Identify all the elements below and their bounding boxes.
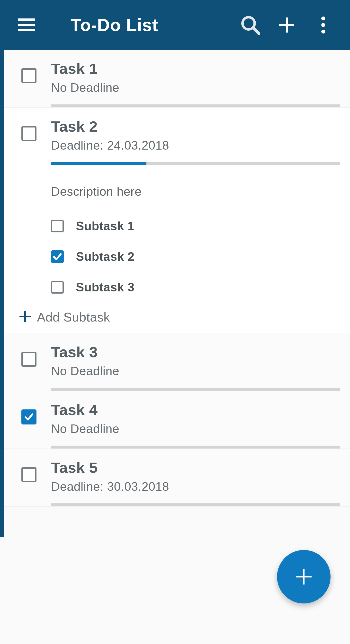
task-title: Task 4 (51, 401, 340, 418)
task-progress (51, 104, 340, 107)
task-checkbox[interactable] (21, 410, 37, 424)
task-title: Task 2 (51, 118, 340, 135)
task-item[interactable]: Task 2Deadline: 24.03.2018Description he… (4, 108, 350, 333)
overflow-menu-icon[interactable] (310, 12, 337, 38)
task-progress (51, 162, 340, 165)
svg-rect-6 (279, 24, 294, 26)
task-list: Task 1No DeadlineTask 2Deadline: 24.03.2… (4, 50, 350, 506)
task-progress (51, 504, 340, 506)
svg-line-4 (253, 28, 259, 34)
task-subtitle: No Deadline (51, 422, 340, 436)
task-progress (51, 388, 340, 391)
menu-icon[interactable] (13, 12, 40, 38)
app-title: To-Do List (71, 15, 158, 35)
task-item[interactable]: Task 1No Deadline (4, 50, 350, 108)
task-progress (51, 446, 340, 448)
svg-rect-11 (20, 316, 31, 318)
task-item[interactable]: Task 3No Deadline (4, 333, 350, 391)
add-subtask-label: Add Subtask (37, 310, 110, 324)
plus-icon (19, 310, 32, 324)
subtask-label: Subtask 1 (76, 219, 134, 233)
svg-point-9 (321, 30, 325, 34)
svg-rect-13 (296, 576, 312, 578)
subtask-label: Subtask 2 (76, 250, 134, 264)
task-title: Task 5 (51, 459, 340, 476)
task-title: Task 1 (51, 60, 340, 77)
subtask-checkbox[interactable] (51, 250, 64, 263)
task-item[interactable]: Task 4No Deadline (4, 391, 350, 449)
svg-point-7 (321, 16, 325, 20)
subtask-label: Subtask 3 (76, 280, 134, 294)
search-icon[interactable] (237, 12, 264, 38)
subtask-item[interactable]: Subtask 1 (51, 211, 340, 242)
subtask-item[interactable]: Subtask 3 (51, 272, 340, 302)
task-subtitle: No Deadline (51, 80, 340, 95)
subtask-checkbox[interactable] (51, 220, 64, 232)
task-title: Task 3 (51, 343, 340, 360)
add-subtask-button[interactable]: Add Subtask (19, 302, 340, 333)
fab-add-button[interactable] (277, 550, 330, 604)
task-checkbox[interactable] (21, 352, 37, 367)
left-edge-strip (0, 50, 4, 537)
task-checkbox[interactable] (21, 126, 37, 141)
app-bar: To-Do List (0, 0, 350, 50)
task-subtitle: Deadline: 30.03.2018 (51, 480, 340, 494)
svg-point-8 (321, 23, 325, 27)
svg-rect-1 (18, 24, 35, 26)
plus-icon (294, 567, 313, 586)
task-item[interactable]: Task 5Deadline: 30.03.2018 (4, 449, 350, 506)
task-description: Description here (51, 184, 340, 199)
task-subtitle: No Deadline (51, 364, 340, 378)
subtask-checkbox[interactable] (51, 281, 64, 294)
svg-rect-2 (18, 29, 35, 31)
task-checkbox[interactable] (21, 68, 37, 83)
task-checkbox[interactable] (21, 467, 37, 482)
task-subtitle: Deadline: 24.03.2018 (51, 138, 340, 152)
svg-rect-0 (18, 18, 35, 21)
add-task-icon[interactable] (273, 12, 300, 38)
subtask-item[interactable]: Subtask 2 (51, 242, 340, 272)
